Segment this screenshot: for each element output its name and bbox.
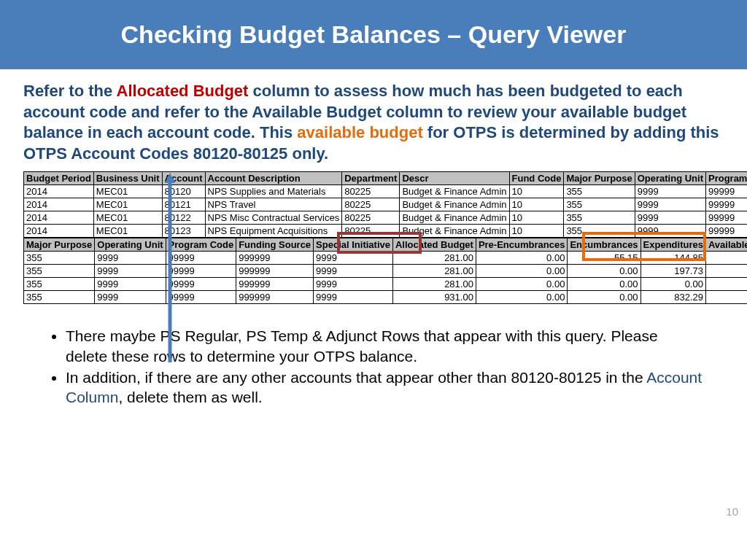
cell: 9999 (635, 211, 705, 225)
table-row: 3559999999999999999999281.000.000.000.00… (24, 278, 748, 291)
table-row: 3559999999999999999999281.000.0055.15144… (24, 252, 748, 265)
cell: 281.00 (392, 252, 476, 265)
col-special-initiative-2: Special Initiative (314, 238, 393, 252)
cell: 99999 (166, 291, 236, 304)
cell: 2014 (24, 198, 94, 211)
tables-container: Budget Period Business Unit Account Acco… (0, 171, 747, 304)
col-expenditures: Expenditures (640, 238, 705, 252)
col-business-unit: Business Unit (93, 172, 162, 185)
cell: 355 (24, 278, 95, 291)
col-program-code: Program Code (705, 172, 747, 185)
cell: 9999 (95, 265, 166, 278)
col-major-purpose: Major Purpose (564, 172, 635, 185)
col-allocated-budget: Allocated Budget (392, 238, 476, 252)
cell: 10 (509, 185, 564, 198)
cell: 80120 (162, 185, 205, 198)
cell: 355 (24, 265, 95, 278)
cell: 81.00 (705, 252, 747, 265)
page-number: 10 (726, 505, 738, 518)
slide-title: Checking Budget Balances – Query Viewer (0, 0, 747, 69)
cell: 80225 (342, 198, 400, 211)
cell: 9999 (314, 265, 393, 278)
col-major-purpose-2: Major Purpose (24, 238, 95, 252)
col-pre-encumbrances: Pre-Encumbrances (476, 238, 568, 252)
cell: 80225 (342, 211, 400, 225)
cell: Budget & Finance Admin (400, 225, 509, 238)
cell: MEC01 (93, 211, 162, 225)
cell: Budget & Finance Admin (400, 211, 509, 225)
table-row: 2014MEC0180120NPS Supplies and Materials… (24, 185, 748, 198)
cell: MEC01 (93, 225, 162, 238)
cell: 144.85 (640, 252, 705, 265)
cell: 355 (24, 252, 95, 265)
table-row: 2014MEC0180123NPS Equipment Acquisitions… (24, 225, 748, 238)
cell: 9999 (635, 198, 705, 211)
budget-table-2: Major Purpose Operating Unit Program Cod… (23, 238, 747, 304)
cell: 0.00 (476, 252, 568, 265)
cell: 197.73 (640, 265, 705, 278)
col-department: Department (342, 172, 400, 185)
cell: 10 (509, 225, 564, 238)
cell: 99999 (166, 265, 236, 278)
cell: 55.15 (568, 252, 640, 265)
cell: 99999 (705, 185, 747, 198)
available-budget-highlight: available budget (297, 123, 422, 141)
col-encumbrances: Encumbrances (568, 238, 640, 252)
col-funding-source-2: Funding Source (236, 238, 314, 252)
cell: 80121 (162, 198, 205, 211)
cell: 99999 (166, 252, 236, 265)
cell: 999999 (236, 291, 314, 304)
col-fund-code: Fund Code (509, 172, 564, 185)
cell: 355 (564, 225, 635, 238)
cell: 355 (564, 198, 635, 211)
note-item: There maybe PS Regular, PS Temp & Adjunc… (66, 326, 703, 366)
col-operating-unit-2: Operating Unit (95, 238, 166, 252)
cell: 931.00 (392, 291, 476, 304)
cell: 83.27 (705, 265, 747, 278)
cell: MEC01 (93, 198, 162, 211)
cell: Budget & Finance Admin (400, 198, 509, 211)
cell: 9999 (314, 278, 393, 291)
table2-header-row: Major Purpose Operating Unit Program Cod… (24, 238, 748, 252)
cell: 355 (24, 291, 95, 304)
col-available-budget: Available Budget (705, 238, 747, 252)
cell: 355 (564, 185, 635, 198)
cell: 99999 (166, 278, 236, 291)
cell: 99999 (705, 225, 747, 238)
cell: 9999 (95, 278, 166, 291)
cell: 0.00 (640, 278, 705, 291)
cell: 80225 (342, 225, 400, 238)
table-row: 2014MEC0180121NPS Travel80225Budget & Fi… (24, 198, 748, 211)
cell: 9999 (95, 252, 166, 265)
cell: 0.00 (568, 278, 640, 291)
cell: 0.00 (568, 291, 640, 304)
cell: NPS Travel (205, 198, 342, 211)
cell: 999999 (236, 265, 314, 278)
col-program-code-2: Program Code (166, 238, 236, 252)
cell: 0.00 (568, 265, 640, 278)
cell: 80123 (162, 225, 205, 238)
col-account: Account (162, 172, 205, 185)
cell: 80122 (162, 211, 205, 225)
instr-part: Refer to the (23, 82, 117, 100)
cell: 99999 (705, 211, 747, 225)
cell: 2014 (24, 225, 94, 238)
cell: NPS Equipment Acquisitions (205, 225, 342, 238)
cell: 2014 (24, 185, 94, 198)
cell: 832.29 (640, 291, 705, 304)
table-row: 3559999999999999999999281.000.000.00197.… (24, 265, 748, 278)
table-row: 3559999999999999999999931.000.000.00832.… (24, 291, 748, 304)
col-account-description: Account Description (205, 172, 342, 185)
cell: 9999 (314, 252, 393, 265)
cell: 9999 (635, 225, 705, 238)
note-part: In addition, if there are any other acco… (66, 369, 646, 386)
col-budget-period: Budget Period (24, 172, 94, 185)
cell: 281.00 (392, 265, 476, 278)
cell: 99999 (705, 198, 747, 211)
cell: 9999 (95, 291, 166, 304)
cell: 80225 (342, 185, 400, 198)
cell: 999999 (236, 252, 314, 265)
budget-table-1: Budget Period Business Unit Account Acco… (23, 171, 747, 238)
cell: 98.71 (705, 291, 747, 304)
col-operating-unit: Operating Unit (635, 172, 705, 185)
